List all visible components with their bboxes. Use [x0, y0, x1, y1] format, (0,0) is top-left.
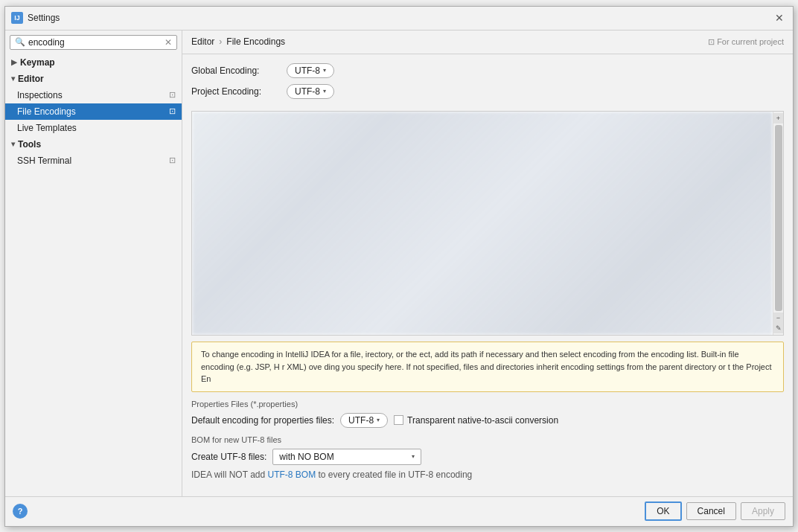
properties-section: Properties Files (*.properties) Default …: [191, 400, 784, 428]
global-encoding-dropdown[interactable]: UTF-8 ▾: [287, 63, 334, 78]
title-bar: IJ Settings ✕: [5, 7, 793, 31]
default-encoding-label: Default encoding for properties files:: [191, 415, 334, 426]
transparent-label: Transparent native-to-ascii conversion: [407, 415, 558, 426]
sidebar-item-file-encodings[interactable]: File Encodings ⊡: [5, 103, 182, 120]
scrollbar-down-button[interactable]: −: [773, 313, 784, 323]
search-clear-icon[interactable]: ✕: [165, 37, 172, 48]
main-content: Editor › File Encodings ⊡ For current pr…: [182, 31, 793, 496]
transparent-checkbox[interactable]: [394, 415, 403, 425]
project-encoding-dropdown[interactable]: UTF-8 ▾: [287, 84, 334, 99]
search-box[interactable]: 🔍 ✕: [10, 35, 177, 50]
project-encoding-row: Project Encoding: UTF-8 ▾: [191, 84, 784, 99]
title-bar-left: IJ Settings: [11, 12, 60, 24]
chevron-down-icon: ▾: [11, 140, 15, 148]
file-tree-scrollbar[interactable]: + − ✎: [773, 112, 783, 336]
idea-note-prefix: IDEA will NOT add: [191, 469, 267, 480]
project-encoding-label: Project Encoding:: [191, 86, 281, 97]
settings-dialog: IJ Settings ✕ 🔍 ✕ ▶ Keymap ▾ Editor: [4, 6, 794, 527]
sidebar-category-label: Tools: [18, 139, 41, 150]
sidebar-item-label: SSH Terminal: [17, 156, 71, 166]
idea-note-suffix: to every created file in UTF-8 encoding: [316, 469, 472, 480]
default-encoding-value: UTF-8: [348, 415, 374, 426]
global-encoding-value: UTF-8: [295, 65, 320, 76]
chevron-down-icon: ▾: [11, 74, 15, 83]
default-encoding-dropdown[interactable]: UTF-8 ▾: [340, 413, 388, 428]
chevron-right-icon: ▶: [11, 58, 17, 66]
sidebar-category-label: Keymap: [20, 57, 55, 68]
global-encoding-label: Global Encoding:: [191, 65, 281, 76]
footer-left: ?: [13, 504, 28, 519]
dialog-body: 🔍 ✕ ▶ Keymap ▾ Editor Inspections ⊡ Fi: [5, 31, 793, 496]
sidebar-item-keymap[interactable]: ▶ Keymap: [5, 54, 182, 71]
file-tree-area[interactable]: + − ✎: [191, 111, 784, 336]
help-button[interactable]: ?: [13, 504, 28, 519]
create-utf8-dropdown[interactable]: with NO BOM ▾: [272, 449, 421, 465]
scrollbar-edit-button[interactable]: ✎: [773, 323, 784, 333]
create-utf8-row: Create UTF-8 files: with NO BOM ▾: [191, 449, 784, 465]
scrollbar-thumb[interactable]: [775, 125, 782, 312]
utf8-bom-link[interactable]: UTF-8 BOM: [267, 469, 316, 480]
item-secondary-icon: ⊡: [169, 90, 176, 100]
dialog-footer: ? OK Cancel Apply: [5, 496, 793, 526]
default-encoding-row: Default encoding for properties files: U…: [191, 413, 784, 428]
project-link[interactable]: ⊡ For current project: [708, 37, 784, 47]
dropdown-arrow-icon: ▾: [412, 453, 415, 460]
sidebar-item-label: Inspections: [17, 90, 63, 100]
item-secondary-icon: ⊡: [169, 106, 176, 116]
create-utf8-value: with NO BOM: [279, 452, 333, 462]
bom-section-label: BOM for new UTF-8 files: [191, 435, 784, 444]
cancel-button[interactable]: Cancel: [686, 502, 736, 520]
search-input[interactable]: [28, 37, 162, 48]
sidebar-item-editor[interactable]: ▾ Editor: [5, 71, 182, 87]
project-encoding-value: UTF-8: [295, 86, 320, 97]
app-icon: IJ: [11, 12, 23, 24]
scrollbar-up-button[interactable]: +: [773, 113, 784, 124]
dropdown-arrow-icon: ▾: [323, 88, 326, 94]
sidebar-item-live-templates[interactable]: Live Templates: [5, 120, 182, 136]
ok-button[interactable]: OK: [645, 501, 681, 521]
transparent-checkbox-row: Transparent native-to-ascii conversion: [394, 415, 558, 426]
breadcrumb-separator: ›: [219, 36, 222, 47]
breadcrumb-section: Editor: [191, 36, 214, 47]
close-button[interactable]: ✕: [772, 10, 787, 25]
info-text: To change encoding in IntelliJ IDEA for …: [201, 350, 772, 383]
breadcrumb: Editor › File Encodings ⊡ For current pr…: [182, 31, 793, 54]
sidebar: 🔍 ✕ ▶ Keymap ▾ Editor Inspections ⊡ Fi: [5, 31, 182, 496]
dropdown-arrow-icon: ▾: [377, 417, 380, 423]
sidebar-item-inspections[interactable]: Inspections ⊡: [5, 87, 182, 103]
search-icon: 🔍: [15, 37, 25, 47]
global-encoding-row: Global Encoding: UTF-8 ▾: [191, 63, 784, 78]
breadcrumb-page: File Encodings: [226, 36, 285, 47]
file-tree-content: [192, 112, 773, 336]
file-tree-blur-overlay: [192, 112, 773, 336]
apply-button[interactable]: Apply: [741, 502, 785, 520]
sidebar-category-label: Editor: [18, 74, 44, 84]
create-utf8-label: Create UTF-8 files:: [191, 452, 266, 462]
project-link-text: For current project: [717, 37, 784, 46]
dialog-title: Settings: [28, 13, 60, 23]
info-box: To change encoding in IntelliJ IDEA for …: [191, 342, 784, 392]
sidebar-item-ssh-terminal[interactable]: SSH Terminal ⊡: [5, 153, 182, 169]
sidebar-item-tools[interactable]: ▾ Tools: [5, 136, 182, 153]
sidebar-item-label: File Encodings: [17, 106, 76, 117]
dropdown-arrow-icon: ▾: [323, 67, 326, 74]
idea-note: IDEA will NOT add UTF-8 BOM to every cre…: [191, 469, 784, 480]
item-secondary-icon: ⊡: [169, 156, 176, 165]
sidebar-item-label: Live Templates: [17, 123, 77, 133]
bom-section: BOM for new UTF-8 files Create UTF-8 fil…: [191, 435, 784, 480]
content-area: Global Encoding: UTF-8 ▾ Project Encodin…: [182, 54, 793, 496]
properties-section-label: Properties Files (*.properties): [191, 400, 784, 408]
